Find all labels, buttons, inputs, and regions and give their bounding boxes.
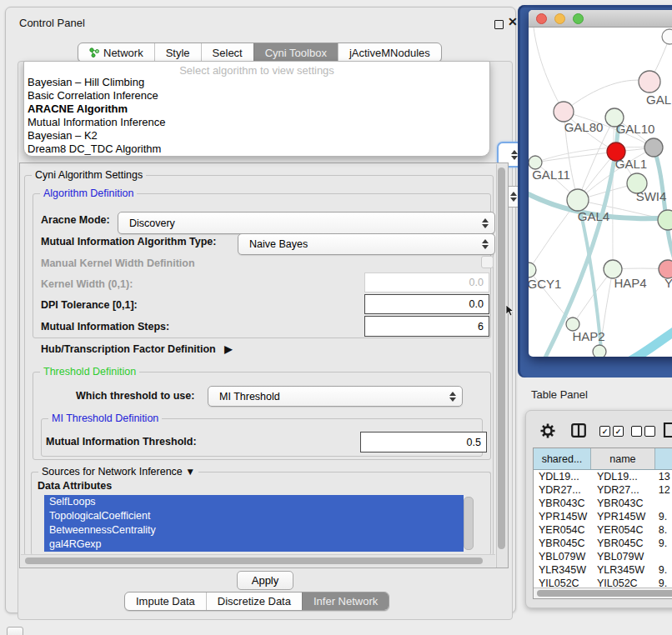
tab-impute-data[interactable]: Impute Data [125, 592, 206, 610]
table-horizontal-scrollbar-thumb[interactable] [537, 590, 672, 597]
unchecked-columns-icon[interactable] [631, 426, 655, 437]
column-split-icon[interactable] [571, 423, 586, 438]
float-window-icon[interactable] [494, 20, 504, 29]
network-edge[interactable] [564, 80, 649, 112]
network-node[interactable] [662, 29, 672, 44]
table-row[interactable]: YBL079WYBL079W [534, 550, 672, 563]
tab-jactivemnodules[interactable]: jActiveMNodules [338, 43, 441, 62]
network-edge[interactable] [613, 118, 614, 269]
close-icon[interactable]: ✕ [508, 15, 518, 28]
data-attributes-list[interactable]: SelfLoopsTopologicalCoefficientBetweenne… [44, 495, 484, 552]
network-edge[interactable] [534, 28, 564, 112]
mi-steps-field[interactable]: 6 [364, 316, 489, 337]
threshold-definition-title: Threshold Definition [40, 366, 139, 378]
close-traffic-light-icon[interactable] [536, 13, 547, 24]
sources-toggle[interactable]: Sources for Network Inference ▼ [38, 466, 198, 478]
horizontal-scrollbar-thumb[interactable] [25, 558, 483, 564]
list-scrollbar-thumb[interactable] [464, 497, 474, 550]
minimize-traffic-light-icon[interactable] [554, 13, 565, 24]
table-row[interactable]: YER054CYER054C8. [534, 523, 672, 537]
table-cell: 8. [655, 523, 672, 537]
bottom-left-button[interactable] [7, 627, 23, 635]
table-cell: YBR045C [591, 537, 655, 550]
dpi-tolerance-field[interactable]: 0.0 [364, 294, 489, 314]
gear-icon[interactable] [539, 422, 556, 439]
tab-discretize-data[interactable]: Discretize Data [206, 592, 302, 610]
column-header[interactable]: shared... [534, 448, 591, 469]
mi-threshold-value: 0.5 [467, 437, 481, 448]
kernel-width-field[interactable]: 0.0 [364, 272, 489, 292]
zoom-traffic-light-icon[interactable] [573, 13, 584, 24]
network-edge[interactable] [627, 311, 672, 357]
network-node[interactable] [644, 138, 663, 157]
tab-style[interactable]: Style [154, 43, 201, 62]
network-node[interactable] [554, 102, 574, 122]
table-cell [655, 550, 672, 563]
manual-kernel-label: Manual Kernel Width Definition [41, 258, 195, 269]
mi-type-combo[interactable]: Naive Bayes [238, 233, 495, 255]
table-cell: YER054C [591, 523, 655, 537]
tab-label: Style [166, 47, 190, 59]
network-window-titlebar[interactable] [529, 10, 672, 28]
network-canvas[interactable]: GALGAL80GAL10GAL1GAL11SWI4GAL4GCY1HAP4YH… [529, 28, 672, 357]
dropdown-item[interactable]: Mutual Information Inference [24, 116, 489, 129]
tab-cyni-toolbox[interactable]: Cyni Toolbox [253, 43, 338, 62]
table-cell: 9. [655, 510, 672, 523]
node-label: GAL10 [616, 122, 655, 136]
vertical-scrollbar-thumb[interactable] [498, 168, 505, 549]
hub-definition-toggle[interactable]: Hub/Transcription Factor Definition ▶ [41, 343, 232, 355]
top-tab-bar: NetworkStyleSelectCyni ToolboxjActiveMNo… [78, 42, 442, 62]
table-row[interactable]: YDL19...YDL19...13 [534, 470, 672, 483]
tab-select[interactable]: Select [201, 43, 253, 62]
aracne-mode-combo[interactable]: Discovery [118, 212, 495, 234]
attribute-list-item[interactable]: gal4RGexp [44, 538, 464, 552]
table-row[interactable]: YPR145WYPR145W9. [534, 510, 672, 523]
table-body: YDL19...YDL19...13YDR27...YDR27...12YBR0… [534, 470, 672, 588]
hub-definition-label: Hub/Transcription Factor Definition [41, 343, 216, 355]
node-label: HAP4 [614, 276, 646, 290]
network-node[interactable] [567, 189, 589, 211]
tab-network[interactable]: Network [78, 43, 154, 62]
dropdown-item[interactable]: Basic Correlation Inference [24, 89, 489, 102]
table-cell: 12 [655, 483, 672, 497]
manual-kernel-checkbox[interactable] [481, 256, 494, 268]
stepper-icon [510, 192, 517, 202]
network-node[interactable] [658, 210, 672, 230]
table-cell: YIL052C [534, 577, 591, 588]
mi-threshold-field[interactable]: 0.5 [360, 432, 487, 452]
dropdown-item[interactable]: Bayesian – K2 [24, 129, 489, 142]
table-cell: YPR145W [591, 510, 655, 523]
dropdown-item[interactable]: ARACNE Algorithm [24, 102, 489, 116]
column-header[interactable]: A [655, 448, 672, 469]
table-row[interactable]: YIL052CYIL052C9. [534, 577, 672, 588]
network-node[interactable] [529, 262, 536, 278]
node-label: Y [664, 276, 672, 290]
network-edge[interactable] [535, 152, 616, 162]
table-file-icon[interactable] [663, 422, 672, 438]
tab-label: Infer Network [313, 595, 378, 608]
dropdown-item[interactable]: Dream8 DC_TDC Algorithm [24, 142, 489, 156]
attribute-list-item[interactable]: BetweennessCentrality [44, 523, 464, 538]
which-threshold-combo[interactable]: MI Threshold [208, 386, 463, 407]
apply-button[interactable]: Apply [237, 571, 293, 590]
table-row[interactable]: YBR045CYBR045C9. [534, 537, 672, 550]
attribute-list-item[interactable]: SelfLoops [44, 495, 464, 509]
checked-columns-icon[interactable]: ✓✓ [599, 426, 624, 437]
network-node[interactable] [639, 71, 660, 92]
column-header[interactable]: name [591, 448, 655, 469]
collapse-down-triangle-icon: ▼ [185, 466, 195, 478]
table-row[interactable]: YLR345WYLR345W9. [534, 563, 672, 577]
tab-infer-network[interactable]: Infer Network [302, 592, 389, 610]
attribute-list-item[interactable]: TopologicalCoefficient [44, 509, 464, 523]
table-cell: 9. [655, 537, 672, 550]
table-horizontal-scrollbar[interactable] [534, 588, 672, 598]
mi-threshold-label: Mutual Information Threshold: [46, 436, 197, 448]
table-cell: YBL079W [534, 550, 591, 563]
table-row[interactable]: YBR043CYBR043C [534, 497, 672, 510]
table-row[interactable]: YDR27...YDR27...12 [534, 483, 672, 497]
dropdown-placeholder: Select algorithm to view settings [24, 62, 489, 76]
network-node[interactable] [593, 345, 606, 357]
dropdown-item[interactable]: Bayesian – Hill Climbing [24, 76, 489, 89]
table-cell: YDR27... [591, 483, 655, 497]
aracne-mode-label: Aracne Mode: [41, 214, 110, 226]
